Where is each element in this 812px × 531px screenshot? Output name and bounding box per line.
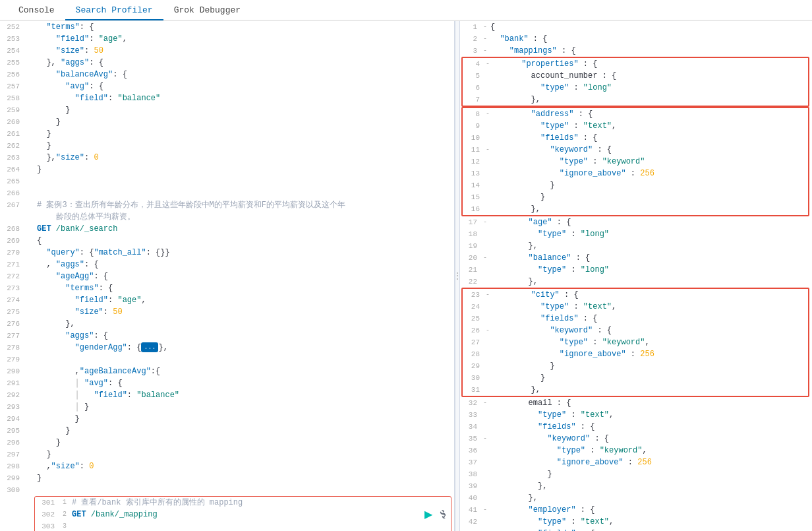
table-row: 255 }, "aggs": { xyxy=(0,57,454,69)
table-row: 30 } xyxy=(463,372,808,384)
table-row: 274 "field": "age", xyxy=(0,294,454,306)
table-row: 254 "size": 50 xyxy=(0,45,454,57)
table-row: 8- "address" : { xyxy=(463,108,808,120)
active-query-command-line: 302 2 GET /bank/_mapping ▶ xyxy=(35,509,451,520)
table-row: 257 "avg": { xyxy=(0,80,454,92)
table-row: 296 } xyxy=(0,437,454,449)
table-row: 268GET /bank/_search xyxy=(0,223,454,235)
table-row: 23- "city" : { xyxy=(463,289,808,301)
wrench-icon xyxy=(436,509,446,518)
table-row: 35- "keyword" : { xyxy=(460,433,812,445)
table-row: 273 "terms": { xyxy=(0,282,454,294)
tab-search-profiler[interactable]: Search Profiler xyxy=(65,1,163,20)
table-row: 34 "fields" : { xyxy=(460,421,812,433)
table-row: 276 }, xyxy=(0,318,454,330)
table-row: 6 "type" : "long" xyxy=(463,82,808,94)
table-row: 293 │ } xyxy=(0,401,454,413)
tab-console[interactable]: Console xyxy=(8,1,65,20)
table-row: 264} xyxy=(0,164,454,175)
table-row: 265 xyxy=(0,175,454,187)
table-row: 5 account_number : { xyxy=(463,70,808,82)
table-row: 41- "employer" : { xyxy=(460,504,812,516)
table-row: 19 }, xyxy=(460,240,812,252)
table-row: 277 "aggs": { xyxy=(0,330,454,342)
table-row: 37 "ignore_above" : 256 xyxy=(460,456,812,468)
table-row: 262 } xyxy=(0,140,454,152)
table-row: 259 } xyxy=(0,104,454,116)
table-row: 256 "balanceAvg": { xyxy=(0,69,454,80)
right-panel-wrapper: 1-{ 2- "bank" : { 3- "mappings" : { 4- "… xyxy=(460,21,812,531)
table-row: 270 "query": {"match_all": {}} xyxy=(0,247,454,259)
query-action-buttons: ▶ xyxy=(424,509,451,520)
active-query-empty-line: 303 3 xyxy=(35,520,451,531)
table-row: 15 } xyxy=(463,191,808,203)
table-row: 2- "bank" : { xyxy=(460,33,812,45)
table-row: 267 龄段的总体平均薪资。 xyxy=(0,211,454,223)
run-query-button[interactable]: ▶ xyxy=(424,509,432,520)
table-row: 4- "properties" : { xyxy=(463,58,808,70)
table-row: 299} xyxy=(0,472,454,484)
active-query-region: 301 1 # 查看/bank 索引库中所有的属性的 mapping 302 2… xyxy=(34,496,451,531)
table-row: 26- "keyword" : { xyxy=(463,325,808,336)
table-row: 298 ,"size": 0 xyxy=(0,460,454,472)
table-row: 300 xyxy=(0,484,454,496)
table-row: 260 } xyxy=(0,116,454,128)
table-row: 43 "fields" : { xyxy=(460,528,812,531)
table-row: 22 }, xyxy=(460,276,812,288)
table-row: 269{ xyxy=(0,235,454,247)
table-row: 261 } xyxy=(0,128,454,140)
table-row: 297 } xyxy=(0,449,454,460)
table-row: 29 } xyxy=(463,360,808,372)
table-row: 258 "field": "balance" xyxy=(0,92,454,104)
table-row: 3- "mappings" : { xyxy=(460,45,812,57)
table-row: 294 } xyxy=(0,413,454,425)
fold-badge[interactable]: ... xyxy=(141,342,158,352)
table-row: 278 "genderAgg": {...}, xyxy=(0,342,454,354)
table-row: 21 "type" : "long" xyxy=(460,264,812,276)
table-row: 7 }, xyxy=(463,94,808,106)
table-row: 295 } xyxy=(0,425,454,437)
table-row: 12 "type" : "keyword" xyxy=(463,156,808,168)
table-row: 1-{ xyxy=(460,21,812,33)
table-row: 39 }, xyxy=(460,480,812,492)
table-row: 40 }, xyxy=(460,492,812,504)
table-row: 17- "age" : { xyxy=(460,216,812,228)
table-row: 291 │ "avg": { xyxy=(0,377,454,389)
active-query-comment-line: 301 1 # 查看/bank 索引库中所有的属性的 mapping xyxy=(35,497,451,509)
table-row: 253 "field": "age", xyxy=(0,33,454,45)
table-row: 18 "type" : "long" xyxy=(460,228,812,240)
table-row: 25 "fields" : { xyxy=(463,313,808,325)
table-row: 32- email : { xyxy=(460,397,812,409)
table-row: 292 │ "field": "balance" xyxy=(0,389,454,401)
table-row: 9 "type" : "text", xyxy=(463,120,808,132)
table-row: 267# 案例3：查出所有年龄分布，并且这些年龄段中M的平均薪资和F的平均薪资以… xyxy=(0,199,454,211)
properties-highlight-box: 4- "properties" : { 5 account_number : {… xyxy=(461,57,809,107)
city-highlight-box: 23- "city" : { 24 "type" : "text", 25 "f… xyxy=(461,288,809,397)
tab-grok-debugger[interactable]: Grok Debugger xyxy=(163,1,251,20)
table-row: 14 } xyxy=(463,179,808,191)
address-highlight-box: 8- "address" : { 9 "type" : "text", 10 "… xyxy=(461,107,809,216)
table-row: 16 }, xyxy=(463,203,808,215)
table-row: 42 "type" : "text", xyxy=(460,516,812,528)
table-row: 10 "fields" : { xyxy=(463,132,808,144)
panel-divider[interactable]: ⋮ xyxy=(455,21,460,531)
table-row: 24 "type" : "text", xyxy=(463,301,808,313)
table-row: 38 } xyxy=(460,468,812,480)
code-editor[interactable]: 252 "terms": { 253 "field": "age", 254 "… xyxy=(0,21,454,531)
table-row: 13 "ignore_above" : 256 xyxy=(463,168,808,179)
table-row: 271 , "aggs": { xyxy=(0,259,454,270)
json-viewer[interactable]: 1-{ 2- "bank" : { 3- "mappings" : { 4- "… xyxy=(460,21,812,531)
wrench-button[interactable] xyxy=(436,509,446,520)
table-row: 266 xyxy=(0,187,454,199)
table-row: 31 }, xyxy=(463,384,808,396)
table-row: 27 "type" : "keyword", xyxy=(463,336,808,348)
table-row: 36 "type" : "keyword", xyxy=(460,445,812,456)
table-row: 33 "type" : "text", xyxy=(460,409,812,421)
table-row: 263 },"size": 0 xyxy=(0,152,454,164)
table-row: 279 xyxy=(0,354,454,365)
top-tabs: Console Search Profiler Grok Debugger xyxy=(0,0,812,21)
table-row: 28 "ignore_above" : 256 xyxy=(463,348,808,360)
left-editor-panel: 252 "terms": { 253 "field": "age", 254 "… xyxy=(0,21,455,531)
table-row: 272 "ageAgg": { xyxy=(0,270,454,282)
table-row: 290 ,"ageBalanceAvg":{ xyxy=(0,365,454,377)
